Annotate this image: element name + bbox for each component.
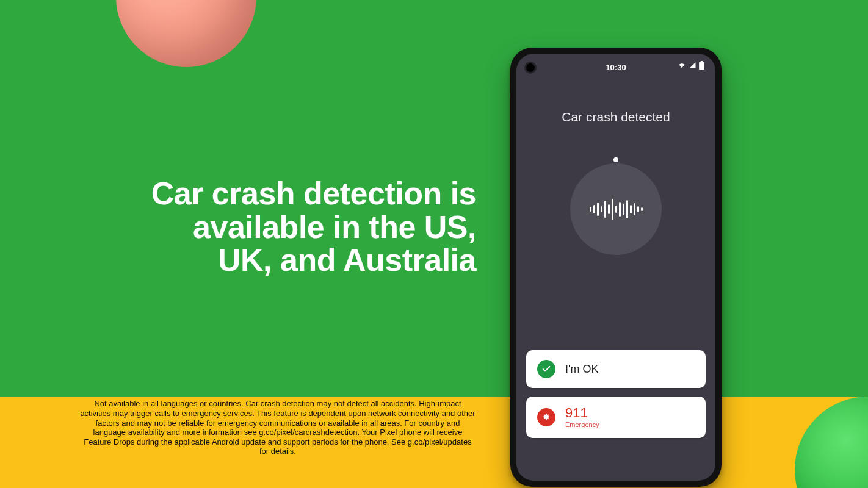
wifi-icon	[678, 62, 686, 69]
phone-frame: 10:30 Car crash detected	[510, 48, 722, 487]
emergency-icon	[537, 408, 555, 426]
emergency-number: 911	[565, 406, 599, 420]
checkmark-icon	[537, 360, 555, 378]
listening-indicator	[570, 163, 662, 255]
signal-icon	[689, 62, 696, 69]
decorative-sphere-pink	[116, 0, 256, 67]
emergency-sublabel: Emergency	[565, 421, 599, 428]
call-emergency-button[interactable]: 911 Emergency	[526, 396, 706, 438]
status-icons	[678, 61, 704, 70]
waveform-icon	[590, 199, 643, 220]
status-time: 10:30	[606, 63, 626, 72]
promo-stage: Car crash detection is available in the …	[0, 0, 868, 488]
headline-text: Car crash detection is available in the …	[134, 177, 476, 277]
screen-title: Car crash detected	[516, 110, 715, 124]
im-ok-label: I'm OK	[565, 363, 598, 376]
battery-icon	[699, 61, 704, 70]
emergency-text: 911 Emergency	[565, 406, 599, 428]
progress-dot-icon	[613, 157, 618, 162]
im-ok-button[interactable]: I'm OK	[526, 350, 706, 388]
disclaimer-text: Not available in all languages or countr…	[79, 399, 476, 456]
phone-screen: 10:30 Car crash detected	[516, 54, 715, 481]
action-cards: I'm OK 911 Emergency	[526, 350, 706, 438]
